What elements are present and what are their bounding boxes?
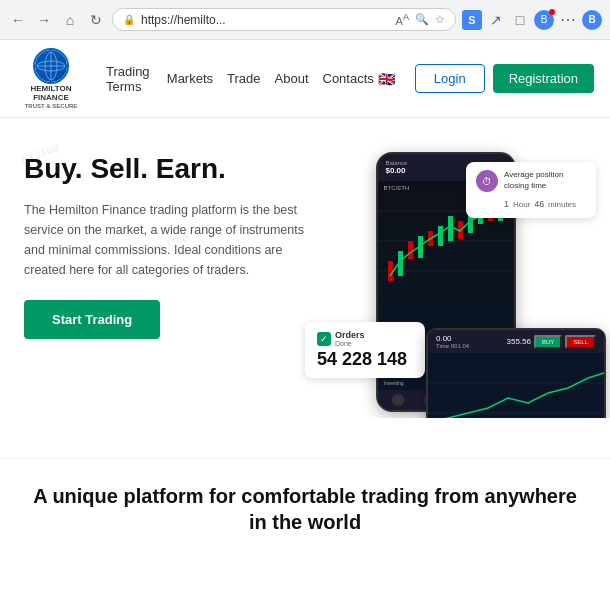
globe-svg <box>36 51 66 81</box>
orders-number: 54 228 148 <box>317 349 413 370</box>
hero-left: Buy. Sell. Earn. The Hemilton Finance tr… <box>24 142 305 418</box>
browser-chrome: ← → ⌂ ↻ 🔒 https://hemilto... AA 🔍 ☆ S ↗ … <box>0 0 610 40</box>
registration-button[interactable]: Registration <box>493 64 594 93</box>
nav-contacts[interactable]: Contacts <box>323 71 374 86</box>
card-avg-content: Average position closing time 1 Hour 46 … <box>504 170 586 210</box>
more-button[interactable]: ⋯ <box>558 10 578 30</box>
lock-icon: 🔒 <box>123 14 135 25</box>
tablet-mockup: 0.00 Time 001.04 355.56 BUY SELL <box>426 328 606 418</box>
card-avg-hours: 1 <box>504 199 509 209</box>
bottom-title: A unique platform for comfortable tradin… <box>24 483 586 535</box>
tablet-screen: 0.00 Time 001.04 355.56 BUY SELL <box>428 330 604 418</box>
card-avg-label: Average position closing time <box>504 170 586 191</box>
back-button[interactable]: ← <box>8 10 28 30</box>
card-avg: ⏱ Average position closing time 1 Hour 4… <box>466 162 596 218</box>
url-text: https://hemilto... <box>141 13 226 27</box>
home-button[interactable]: ⌂ <box>60 10 80 30</box>
flag-icon: 🇬🇧 <box>378 71 395 87</box>
tablet-chart <box>428 353 604 418</box>
navbar: HEMILTON FINANCE TRUST & SECURE Trading … <box>0 40 610 118</box>
refresh-button[interactable]: ↻ <box>86 10 106 30</box>
btceth-label: BTC/ETH <box>384 185 410 191</box>
card-avg-hour-label: Hour <box>513 200 530 209</box>
start-trading-button[interactable]: Start Trading <box>24 300 160 339</box>
hero-title: Buy. Sell. Earn. <box>24 152 305 186</box>
profile-icon[interactable]: B <box>582 10 602 30</box>
avatar[interactable]: B <box>534 10 554 30</box>
star-icon: ☆ <box>435 13 445 26</box>
hero-description: The Hemilton Finance trading platform is… <box>24 200 305 280</box>
share-button[interactable]: ↗ <box>486 10 506 30</box>
forward-button[interactable]: → <box>34 10 54 30</box>
aa-icon: AA <box>396 12 409 27</box>
svg-rect-13 <box>438 226 443 246</box>
address-bar[interactable]: 🔒 https://hemilto... AA 🔍 ☆ <box>112 8 456 31</box>
nav-links: Trading Terms Markets Trade About Contac… <box>106 64 395 94</box>
check-icon: ✓ <box>317 332 331 346</box>
svg-rect-8 <box>388 261 393 281</box>
nav-markets[interactable]: Markets <box>167 71 213 86</box>
tablet-sell-button[interactable]: SELL <box>565 335 596 349</box>
investing-label: Investing <box>384 380 404 386</box>
logo-text: HEMILTON FINANCE TRUST & SECURE <box>25 85 78 109</box>
tablet-chart-svg <box>428 353 604 418</box>
card-avg-icon: ⏱ <box>476 170 498 192</box>
tablet-buy-button[interactable]: BUY <box>534 335 562 349</box>
nav-buttons: Login Registration <box>415 64 594 93</box>
nav-about[interactable]: About <box>275 71 309 86</box>
card-avg-time: 1 Hour 46 minutes <box>504 194 586 210</box>
svg-rect-20 <box>428 353 604 418</box>
nav-trade[interactable]: Trade <box>227 71 260 86</box>
svg-rect-10 <box>408 241 413 259</box>
login-button[interactable]: Login <box>415 64 485 93</box>
tablet-time: Time 001.04 <box>436 343 469 349</box>
card-avg-minutes: 46 <box>534 199 544 209</box>
orders-label: Orders <box>335 330 365 340</box>
tablet-amount: 355.56 <box>507 337 531 346</box>
phone-balance-value: $0.00 <box>386 166 408 175</box>
avatar-letter: B <box>541 14 548 25</box>
svg-rect-14 <box>448 216 453 241</box>
avatar-notification-dot <box>549 9 555 15</box>
card-orders-header: ✓ Orders Done <box>317 330 413 347</box>
logo: HEMILTON FINANCE TRUST & SECURE <box>16 48 86 109</box>
zoom-icon: 🔍 <box>415 13 429 26</box>
hero-right: Balance $0.00 REPORT BTC/ETH <box>305 142 586 418</box>
card-avg-min-label: minutes <box>548 200 576 209</box>
nav-trading-terms[interactable]: Trading Terms <box>106 64 153 94</box>
browser-actions: S ↗ □ B ⋯ B <box>462 10 602 30</box>
bottom-section: A unique platform for comfortable tradin… <box>0 458 610 559</box>
logo-tagline: TRUST & SECURE <box>25 103 78 110</box>
logo-line2: FINANCE <box>25 94 78 103</box>
tablet-price: 0.00 <box>436 334 469 343</box>
phone-footer-icon-1 <box>392 394 404 406</box>
card-orders: ✓ Orders Done 54 228 148 <box>305 322 425 378</box>
orders-sublabel: Done <box>335 340 365 347</box>
split-button[interactable]: □ <box>510 10 530 30</box>
tablet-header: 0.00 Time 001.04 355.56 BUY SELL <box>428 330 604 353</box>
extensions-button[interactable]: S <box>462 10 482 30</box>
logo-globe <box>33 48 69 84</box>
hero-section: EX 110B EX 110B EX 110B EX 110B Buy. Sel… <box>0 118 610 418</box>
